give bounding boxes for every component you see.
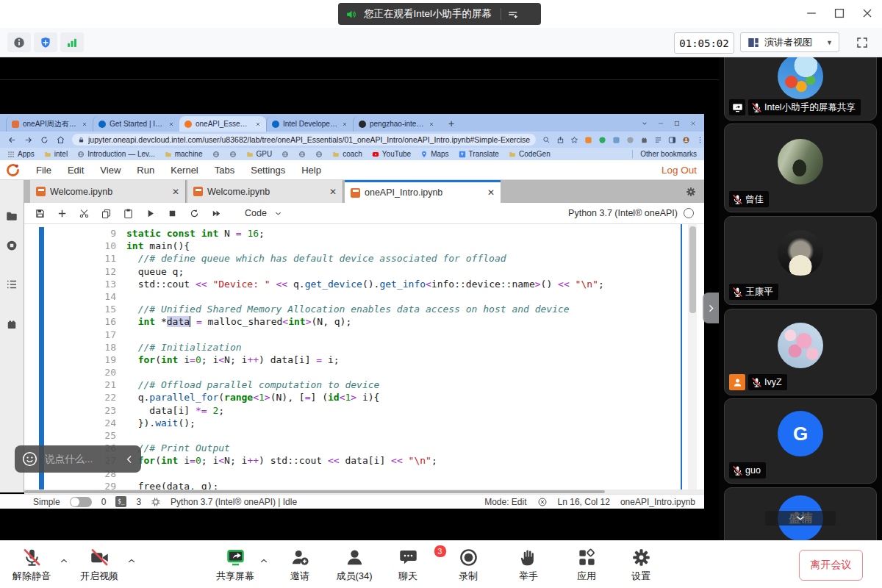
- file-browser-icon[interactable]: [5, 209, 18, 223]
- restart-kernel-icon[interactable]: [189, 208, 200, 219]
- view-mode-selector[interactable]: 演讲者视图 ▼: [740, 32, 839, 52]
- extension-blue-icon[interactable]: [612, 136, 620, 144]
- browser-tab[interactable]: pengzhao-intel/oneAPI_course...: [353, 116, 440, 132]
- extension-gray-icon[interactable]: [626, 136, 634, 144]
- chat-input-placeholder[interactable]: 说点什么...: [45, 453, 118, 466]
- browser-maximize-icon[interactable]: [673, 120, 681, 127]
- notebook-tab[interactable]: oneAPI_Intro.ipynb✕: [345, 180, 501, 203]
- participant-tile[interactable]: 曾佳: [724, 123, 877, 212]
- side-panel-icon[interactable]: [668, 136, 676, 144]
- participant-tile[interactable]: Gguo: [724, 398, 877, 484]
- close-button[interactable]: [860, 6, 875, 21]
- bookmark-item[interactable]: coach: [332, 150, 362, 158]
- magnifier-icon[interactable]: [542, 136, 551, 144]
- stop-kernel-icon[interactable]: [167, 208, 178, 219]
- bookmark-item[interactable]: machine: [165, 150, 203, 158]
- logout-button[interactable]: Log Out: [662, 165, 697, 176]
- browser-tab[interactable]: oneAPI_Essentials (3) - JupyterLab: [179, 116, 266, 132]
- extensions-puzzle-icon[interactable]: [640, 136, 648, 144]
- leave-meeting-button[interactable]: 离开会议: [799, 550, 863, 581]
- emoji-icon[interactable]: [21, 451, 38, 467]
- back-icon[interactable]: [7, 135, 17, 145]
- profile-avatar[interactable]: [682, 136, 690, 144]
- participant-tile[interactable]: IvyZ: [724, 309, 877, 395]
- mic-off-button[interactable]: 解除静音: [2, 548, 61, 583]
- share-screen-button[interactable]: 共享屏幕: [206, 548, 265, 583]
- command-list-icon[interactable]: [5, 278, 18, 291]
- menu-edit[interactable]: Edit: [60, 165, 92, 176]
- apps-button[interactable]: 应用: [557, 548, 616, 583]
- bookmark-item[interactable]: Maps: [420, 150, 448, 158]
- members-button[interactable]: 成员(34): [325, 548, 384, 583]
- menu-help[interactable]: Help: [293, 165, 329, 176]
- browser-tab[interactable]: Get Started | Intel® DevCloud: [93, 116, 179, 132]
- menu-tabs[interactable]: Tabs: [207, 165, 243, 176]
- reading-list-icon[interactable]: [654, 136, 662, 144]
- participant-tile[interactable]: Intel小助手的屏幕共享: [724, 57, 877, 121]
- settings-button[interactable]: 设置: [612, 548, 670, 583]
- run-all-icon[interactable]: [211, 208, 222, 219]
- editor-vertical-scrollbar[interactable]: [688, 224, 697, 490]
- tab-close-icon[interactable]: [168, 121, 174, 127]
- gear-icon[interactable]: [685, 186, 697, 198]
- other-bookmarks[interactable]: Other bookmarks: [632, 150, 697, 158]
- maximize-button[interactable]: [832, 6, 847, 21]
- extensions-icon[interactable]: [5, 318, 18, 331]
- bookmark-item[interactable]: GPU: [246, 150, 273, 158]
- chevron-up-icon[interactable]: [126, 556, 137, 565]
- extension-orange-icon[interactable]: [584, 136, 592, 144]
- extension-green-icon[interactable]: [598, 136, 606, 144]
- scroll-more-participants[interactable]: [765, 511, 836, 526]
- notebook-tab[interactable]: Welcome.ipynb✕: [30, 180, 186, 203]
- bookmark-item[interactable]: Apps: [7, 150, 35, 158]
- save-icon[interactable]: [35, 208, 46, 219]
- record-button[interactable]: 录制: [439, 548, 498, 583]
- kernel-name[interactable]: Python 3.7 (Intel® oneAPI): [568, 208, 678, 218]
- chevron-up-icon[interactable]: [259, 556, 269, 565]
- participant-tile[interactable]: 王康平: [724, 216, 877, 305]
- reload-icon[interactable]: [40, 135, 49, 145]
- network-quality-button[interactable]: [60, 32, 84, 52]
- chevron-down-icon[interactable]: [641, 120, 648, 127]
- cut-cell-icon[interactable]: [79, 208, 90, 219]
- kernel-status-text[interactable]: Python 3.7 (Intel® oneAPI) | Idle: [171, 497, 297, 507]
- home-icon[interactable]: [56, 135, 65, 145]
- cursor-position[interactable]: Ln 16, Col 12: [558, 497, 610, 507]
- bookmark-item[interactable]: Translate: [459, 150, 499, 158]
- share-icon[interactable]: [556, 136, 564, 144]
- chevron-left-icon[interactable]: [124, 454, 135, 465]
- bookmark-item[interactable]: [298, 151, 306, 158]
- participant-tile[interactable]: 盛楠: [724, 487, 877, 540]
- bookmark-item[interactable]: Introduction — Lev...: [77, 150, 155, 158]
- bookmark-star-icon[interactable]: [570, 136, 578, 144]
- tab-close-icon[interactable]: [82, 121, 87, 127]
- run-cell-icon[interactable]: [145, 208, 156, 219]
- chat-button[interactable]: 3聊天: [379, 548, 437, 583]
- cell-type-dropdown[interactable]: Code: [245, 208, 282, 218]
- running-sessions-icon[interactable]: [5, 239, 18, 252]
- quick-chat-overlay[interactable]: 说点什么...: [15, 445, 141, 473]
- meeting-info-button[interactable]: [7, 32, 31, 52]
- browser-minimize-icon[interactable]: [657, 120, 664, 127]
- browser-tab[interactable]: oneAPI周边有礼：券卡1介绍_阿: [6, 116, 93, 132]
- tab-close-icon[interactable]: [429, 121, 434, 127]
- tab-close-icon[interactable]: [342, 121, 348, 127]
- health-shield-button[interactable]: [34, 32, 57, 52]
- browser-close-icon[interactable]: [689, 120, 697, 127]
- terminal-icon[interactable]: $_: [115, 496, 126, 507]
- tab-close-icon[interactable]: [255, 121, 261, 127]
- notebook-tab[interactable]: Welcome.ipynb✕: [187, 180, 343, 203]
- bookmark-item[interactable]: CodeGen: [509, 150, 551, 158]
- forward-icon[interactable]: [24, 135, 33, 145]
- jupyterhub-logo[interactable]: [5, 162, 21, 178]
- sidebar-collapse-handle[interactable]: [703, 293, 719, 323]
- simple-mode-toggle[interactable]: [70, 497, 92, 507]
- bookmark-item[interactable]: [315, 151, 323, 158]
- bookmark-item[interactable]: [212, 151, 220, 158]
- bookmark-item[interactable]: [282, 151, 289, 158]
- camera-off-button[interactable]: 开启视频: [70, 548, 129, 583]
- add-cell-icon[interactable]: [57, 208, 68, 219]
- tab-close-icon[interactable]: ✕: [487, 187, 495, 198]
- browser-tab[interactable]: Intel Developer Zone: [266, 116, 353, 132]
- url-omnibox[interactable]: jupyter.oneapi.devcloud.intel.com/user/u…: [72, 134, 536, 146]
